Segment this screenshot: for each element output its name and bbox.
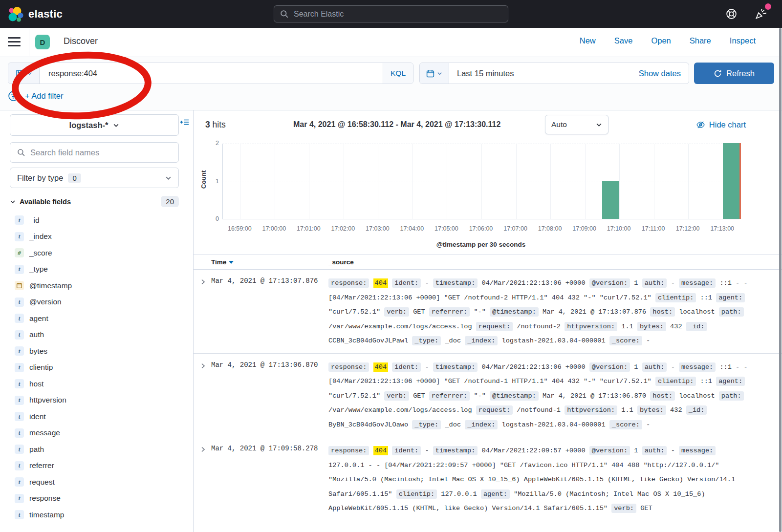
field-item-timestamp[interactable]: @timestamp (0, 277, 193, 294)
field-item-index[interactable]: t_index (0, 229, 193, 245)
number-field-icon: # (15, 248, 24, 257)
y-axis-title: Count (200, 170, 207, 189)
show-dates-button[interactable]: Show dates (639, 63, 689, 84)
discover-app-badge[interactable]: D (35, 35, 50, 49)
index-pattern-select[interactable]: logstash-* (10, 114, 179, 136)
quick-select-menu[interactable] (420, 63, 449, 84)
field-pill: message: (679, 362, 716, 372)
field-item-version[interactable]: t@version (0, 294, 193, 311)
field-item-auth[interactable]: tauth (0, 327, 193, 343)
field-name: _index (29, 232, 52, 241)
field-pill: @version: (589, 446, 630, 455)
field-name: clientip (29, 363, 53, 372)
expand-row-icon[interactable] (194, 360, 211, 432)
filter-by-type-select[interactable]: Filter by type 0 (10, 168, 179, 188)
field-item-clientip[interactable]: tclientip (0, 360, 193, 376)
text-field-icon: t (15, 428, 24, 438)
kql-language-button[interactable]: KQL (383, 63, 413, 84)
field-item-bytes[interactable]: tbytes (0, 343, 193, 360)
elastic-brand[interactable]: elastic (0, 6, 63, 22)
field-search-input[interactable]: Search field names (10, 142, 179, 163)
field-item-agent[interactable]: tagent (0, 310, 193, 327)
gridline (309, 144, 309, 219)
field-item-host[interactable]: thost (0, 376, 193, 392)
field-pill: referrer: (429, 307, 470, 317)
global-header: elastic Search Elastic (0, 0, 782, 28)
refresh-button[interactable]: Refresh (694, 63, 774, 84)
saved-query-menu[interactable] (8, 63, 40, 84)
time-range-value[interactable]: Last 15 minutes (449, 63, 639, 84)
row-source-cell: response: 404 ident: - timestamp: 04/Mar… (328, 360, 782, 432)
field-name: _type (29, 265, 48, 274)
gridline (275, 144, 275, 219)
field-pill: _index: (465, 336, 498, 345)
kibana-discover-page: elastic Search Elastic (0, 0, 782, 532)
field-pill: @version: (589, 278, 630, 288)
help-icon[interactable] (725, 8, 738, 20)
highlighted-value: 404 (373, 446, 388, 455)
field-item-ident[interactable]: tident (0, 408, 193, 425)
field-pill: agent: (716, 293, 745, 302)
date-field-icon (15, 281, 24, 290)
discover-main: 3 hits Mar 4, 2021 @ 16:58:30.112 - Mar … (194, 110, 782, 532)
field-item-timestamp[interactable]: ttimestamp (0, 507, 193, 523)
query-input-group: response:404 KQL (8, 63, 413, 84)
query-input[interactable]: response:404 (40, 63, 383, 84)
field-item-response[interactable]: tresponse (0, 490, 193, 507)
menu-icon[interactable] (8, 37, 21, 49)
column-time[interactable]: Time (211, 258, 328, 266)
field-item-type[interactable]: t_type (0, 261, 193, 278)
nav-actions: NewSaveOpenShareInspect (580, 36, 756, 45)
available-fields-header[interactable]: Available fields 20 (10, 196, 179, 207)
interval-select[interactable]: Auto (545, 115, 608, 134)
gridline (413, 144, 413, 219)
action-inspect[interactable]: Inspect (730, 36, 756, 45)
gridline (654, 144, 654, 219)
search-icon (280, 10, 289, 19)
global-search-input[interactable]: Search Elastic (274, 5, 508, 22)
field-pill: agent: (716, 377, 745, 386)
histogram-bar[interactable] (602, 181, 619, 219)
search-bar-region: response:404 KQL Last 15 minutes Show da… (0, 57, 782, 110)
field-item-id[interactable]: t_id (0, 212, 193, 229)
field-name: message (29, 428, 60, 437)
hide-chart-button[interactable]: Hide chart (696, 120, 746, 129)
field-item-request[interactable]: trequest (0, 474, 193, 490)
table-row: Mar 4, 2021 @ 17:13:06.870response: 404 … (194, 354, 782, 438)
expand-row-icon[interactable] (194, 276, 211, 348)
text-field-icon: t (15, 330, 24, 340)
chart-time-range-label: Mar 4, 2021 @ 16:58:30.112 - Mar 4, 2021… (293, 120, 500, 129)
field-pill: _id: (686, 405, 707, 415)
collapse-sidebar-icon[interactable] (180, 118, 189, 126)
field-pill: host: (650, 307, 675, 317)
add-filter-button[interactable]: + Add filter (25, 91, 63, 101)
field-name: agent (29, 314, 48, 323)
elastic-logo-icon (7, 6, 23, 22)
text-field-icon: t (15, 363, 24, 372)
field-pill: ident: (392, 278, 421, 288)
chevron-down-icon (437, 71, 442, 76)
action-open[interactable]: Open (651, 36, 671, 45)
text-field-icon: t (15, 510, 24, 519)
field-item-message[interactable]: tmessage (0, 425, 193, 442)
field-pill: auth: (642, 278, 667, 288)
available-fields-count-badge: 20 (161, 196, 179, 207)
vertical-scrollbar[interactable] (779, 28, 782, 532)
gridline (378, 144, 378, 219)
y-tick-label: 0 (207, 215, 219, 222)
field-item-path[interactable]: tpath (0, 441, 193, 458)
action-save[interactable]: Save (614, 36, 633, 45)
field-item-httpversion[interactable]: thttpversion (0, 392, 193, 409)
action-share[interactable]: Share (690, 36, 711, 45)
field-item-score[interactable]: #_score (0, 245, 193, 261)
action-new[interactable]: New (580, 36, 596, 45)
expand-row-icon[interactable] (194, 444, 211, 516)
x-tick-label: 17:05:00 (434, 225, 458, 232)
newsfeed-icon[interactable] (754, 7, 767, 21)
histogram-bar[interactable] (723, 143, 739, 219)
field-pill: path: (719, 391, 744, 401)
text-field-icon: t (15, 461, 24, 470)
filter-icon[interactable] (8, 90, 19, 102)
field-item-referrer[interactable]: treferrer (0, 458, 193, 474)
histogram-chart[interactable]: Count 210 16:59:0017:00:0017:01:0017:02:… (194, 139, 782, 252)
